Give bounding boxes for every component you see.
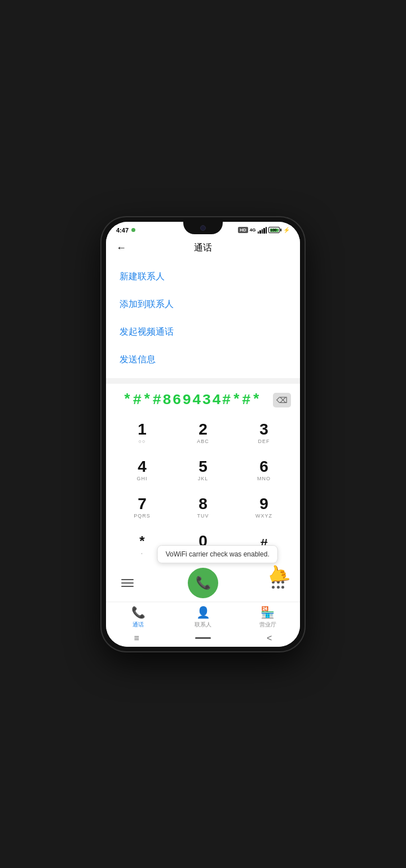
- battery-body: 100: [268, 227, 280, 233]
- top-bar: ← 通话: [106, 238, 300, 258]
- key-9-main: 9: [259, 496, 268, 512]
- vowifi-tooltip: VoWiFi carrier check was enabled.: [157, 545, 278, 563]
- key-7-sub: PQRS: [134, 513, 151, 519]
- call-icon: 📞: [196, 576, 211, 590]
- call-button[interactable]: 📞: [188, 568, 218, 598]
- status-right: HD 4G 100 ⚡: [238, 227, 290, 234]
- menu-area: 新建联系人 添加到联系人 发起视频通话 发送信息: [106, 258, 300, 378]
- menu-button[interactable]: [117, 573, 138, 593]
- nav-item-store[interactable]: 🏪 营业厅: [235, 606, 300, 629]
- key-3-main: 3: [259, 422, 268, 437]
- keypad-grid: 1 ○○ 2 ABC 3 DEF 4 GHI 5 JKL: [106, 414, 300, 563]
- menu-item-send-message[interactable]: 发送信息: [106, 346, 300, 374]
- key-8[interactable]: 8 TUV: [173, 489, 233, 526]
- calls-icon: 📞: [131, 606, 145, 619]
- nav-menu-icon[interactable]: ≡: [134, 633, 139, 643]
- home-indicator-area: ≡ <: [106, 631, 300, 647]
- dialpad-container: *#*#869434#*#* ⌫ 1 ○○ 2 ABC 3 DEF: [106, 384, 300, 602]
- notch: [183, 222, 223, 234]
- key-7-main: 7: [138, 496, 147, 512]
- key-3[interactable]: 3 DEF: [233, 414, 294, 451]
- hamburger-line-3: [121, 586, 134, 587]
- backspace-button[interactable]: ⌫: [273, 393, 291, 407]
- key-9[interactable]: 9 WXYZ: [233, 489, 294, 526]
- home-bar[interactable]: [195, 637, 211, 639]
- key-star-main: *: [139, 534, 144, 548]
- contacts-icon: 👤: [196, 606, 210, 619]
- key-1-sub: ○○: [139, 439, 146, 444]
- status-dot: [131, 228, 135, 232]
- key-2-sub: ABC: [197, 439, 209, 444]
- key-8-sub: TUV: [197, 513, 209, 519]
- dial-display: *#*#869434#*#* ⌫: [106, 384, 300, 414]
- key-1[interactable]: 1 ○○: [112, 414, 173, 451]
- nav-back-icon[interactable]: <: [267, 633, 272, 643]
- menu-item-video-call[interactable]: 发起视频通话: [106, 318, 300, 346]
- store-label: 营业厅: [259, 621, 276, 629]
- key-6-main: 6: [259, 459, 268, 475]
- dial-input: *#*#869434#*#*: [115, 392, 270, 409]
- divider: [106, 378, 300, 384]
- hamburger-line-1: [121, 579, 134, 580]
- key-6-sub: MNO: [257, 476, 271, 481]
- nav-item-contacts[interactable]: 👤 联系人: [171, 606, 236, 629]
- tooltip-text: VoWiFi carrier check was enabled.: [166, 550, 270, 558]
- contacts-label: 联系人: [195, 621, 211, 629]
- key-7[interactable]: 7 PQRS: [112, 489, 173, 526]
- key-5-sub: JKL: [198, 476, 209, 481]
- key-4-main: 4: [138, 459, 147, 475]
- bottom-nav: 📞 通话 👤 联系人 🏪 营业厅: [106, 602, 300, 631]
- key-5-main: 5: [198, 459, 208, 475]
- hd-badge: HD: [238, 227, 248, 233]
- menu-item-new-contact[interactable]: 新建联系人: [106, 263, 300, 291]
- action-bar: VoWiFi carrier check was enabled. 📞: [106, 563, 300, 602]
- battery-icon: 100: [268, 227, 281, 233]
- camera-dot: [200, 225, 206, 231]
- hamburger-line-2: [121, 582, 134, 584]
- signal-bars: [258, 227, 267, 234]
- status-time: 4:47: [116, 227, 129, 234]
- key-3-sub: DEF: [258, 439, 270, 444]
- key-4-sub: GHI: [136, 476, 147, 481]
- key-5[interactable]: 5 JKL: [173, 451, 233, 489]
- key-6[interactable]: 6 MNO: [233, 451, 294, 489]
- backspace-icon: ⌫: [276, 396, 288, 405]
- bolt-icon: ⚡: [283, 227, 290, 233]
- key-star-sub: ,: [141, 549, 143, 555]
- dot-9: [281, 586, 284, 589]
- nav-item-calls[interactable]: 📞 通话: [106, 606, 171, 629]
- menu-item-add-contact[interactable]: 添加到联系人: [106, 291, 300, 318]
- dot-8: [277, 586, 280, 589]
- phone-screen: 4:47 HD 4G 100: [106, 222, 300, 647]
- page-title: 通话: [194, 242, 212, 254]
- phone-frame: 4:47 HD 4G 100: [102, 217, 304, 651]
- key-2[interactable]: 2 ABC: [173, 414, 233, 451]
- calls-label: 通话: [133, 621, 144, 629]
- key-8-main: 8: [198, 496, 208, 512]
- key-2-main: 2: [198, 422, 208, 437]
- status-left: 4:47: [116, 227, 135, 234]
- battery-text: 100: [270, 228, 277, 232]
- battery-cap: [280, 229, 281, 231]
- store-icon: 🏪: [261, 606, 275, 619]
- key-9-sub: WXYZ: [255, 513, 272, 519]
- key-4[interactable]: 4 GHI: [112, 451, 173, 489]
- key-1-main: 1: [138, 422, 147, 437]
- back-button[interactable]: ←: [116, 242, 126, 254]
- 4g-badge: 4G: [250, 227, 256, 233]
